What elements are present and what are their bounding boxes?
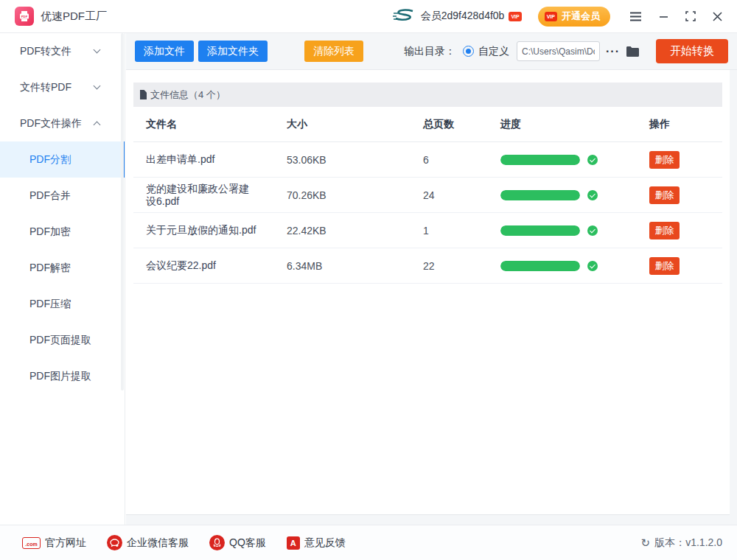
table-row: 会议纪要22.pdf 6.34MB 22 删除 [133, 248, 722, 284]
progress-bar [500, 261, 580, 271]
chevron-up-icon [94, 122, 101, 129]
output-dir-label: 输出目录： [404, 45, 455, 58]
sidebar-item-pdf-image-extract[interactable]: PDF图片提取 [0, 358, 125, 394]
sidebar-item-label: PDF加密 [29, 225, 71, 237]
sidebar-item-label: PDF解密 [29, 262, 71, 273]
sidebar-group-label: PDF文件操作 [20, 117, 82, 129]
progress-complete-icon [587, 261, 598, 271]
file-pages: 22 [411, 260, 488, 272]
titlebar: PDF 优速PDF工厂 会员2d9f428d4f0b VIP VIP 开通会员 [0, 0, 737, 33]
progress-cell [488, 225, 637, 236]
svg-text:PDF: PDF [21, 15, 28, 18]
footer-link-feedback[interactable]: A 意见反馈 [287, 536, 346, 550]
file-size: 22.42KB [274, 225, 411, 237]
qq-icon [209, 535, 225, 550]
version-info: ↻ 版本：v1.1.2.0 [641, 536, 722, 550]
minimize-icon[interactable] [659, 12, 668, 21]
close-icon[interactable] [713, 12, 722, 21]
file-pages: 6 [411, 154, 488, 166]
sidebar-item-pdf-decrypt[interactable]: PDF解密 [0, 250, 125, 286]
main-area: 添加文件 添加文件夹 清除列表 输出目录： 自定义 ··· 开始转换 文件信息（… [126, 33, 737, 525]
vip-badge-icon: VIP [545, 12, 557, 21]
delete-button[interactable]: 删除 [649, 222, 680, 239]
upgrade-member-label: 开通会员 [562, 10, 600, 23]
column-header-action: 操作 [637, 118, 722, 131]
add-folder-button[interactable]: 添加文件夹 [198, 41, 268, 62]
action-cell: 删除 [637, 151, 722, 169]
delete-button[interactable]: 删除 [649, 151, 680, 169]
column-header-name: 文件名 [133, 118, 274, 131]
sidebar-item-pdf-page-extract[interactable]: PDF页面提取 [0, 322, 125, 358]
vip-badge-icon: VIP [509, 12, 521, 21]
custom-option-label: 自定义 [478, 45, 509, 58]
table-header: 文件名 大小 总页数 进度 操作 [133, 107, 722, 142]
footer-link-label: QQ客服 [229, 536, 266, 550]
file-pages: 24 [411, 189, 488, 201]
document-icon [139, 90, 147, 99]
delete-button[interactable]: 删除 [649, 186, 680, 204]
chevron-down-icon [94, 46, 101, 54]
sidebar-item-label: PDF合并 [29, 189, 71, 201]
website-icon: .com [22, 537, 41, 549]
open-folder-icon[interactable] [626, 46, 640, 57]
sidebar-group-pdf-to-file[interactable]: PDF转文件 [0, 33, 125, 69]
feedback-icon: A [287, 536, 300, 550]
wechat-icon [107, 535, 122, 550]
sidebar-item-label: PDF压缩 [29, 298, 71, 309]
file-info-title: 文件信息（4 个） [150, 88, 226, 102]
sidebar-group-pdf-operations[interactable]: PDF文件操作 [0, 105, 125, 141]
footer: .com 官方网址 企业微信客服 QQ客服 A 意见反馈 ↻ 版本：v1.1.2… [0, 525, 737, 560]
chevron-down-icon [94, 83, 101, 90]
menu-icon[interactable] [629, 12, 642, 21]
footer-link-qq-support[interactable]: QQ客服 [209, 535, 266, 550]
progress-complete-icon [587, 190, 598, 200]
column-header-size: 大小 [274, 118, 411, 131]
file-size: 6.34MB [274, 260, 411, 272]
add-file-button[interactable]: 添加文件 [135, 41, 194, 62]
footer-link-wecom-support[interactable]: 企业微信客服 [107, 535, 189, 550]
sidebar-group-label: PDF转文件 [20, 45, 71, 57]
file-pages: 1 [411, 225, 488, 237]
column-header-pages: 总页数 [411, 118, 488, 131]
toolbar: 添加文件 添加文件夹 清除列表 输出目录： 自定义 ··· 开始转换 [126, 33, 737, 70]
version-label: 版本：v1.1.2.0 [654, 536, 722, 550]
footer-link-official-site[interactable]: .com 官方网址 [22, 536, 86, 550]
footer-link-label: 企业微信客服 [127, 536, 189, 550]
app-title: 优速PDF工厂 [41, 10, 107, 24]
custom-output-radio[interactable] [463, 46, 474, 57]
progress-cell [488, 261, 637, 271]
progress-bar [500, 225, 580, 236]
start-convert-button[interactable]: 开始转换 [656, 39, 728, 63]
sidebar: PDF转文件 文件转PDF PDF文件操作 PDF分割 PDF合并 PDF加密 … [0, 33, 125, 525]
sidebar-scrollbar[interactable] [121, 33, 124, 391]
file-name: 关于元旦放假的通知.pdf [133, 224, 274, 237]
output-path-input[interactable] [517, 41, 600, 61]
progress-bar [500, 190, 580, 200]
sidebar-item-pdf-encrypt[interactable]: PDF加密 [0, 214, 125, 250]
sidebar-item-pdf-split[interactable]: PDF分割 [0, 141, 125, 178]
footer-link-label: 官方网址 [45, 536, 86, 550]
maximize-icon[interactable] [685, 11, 696, 21]
progress-complete-icon [587, 225, 598, 236]
progress-cell [488, 155, 637, 165]
clear-list-button[interactable]: 清除列表 [304, 41, 363, 62]
table-row: 党的建设和廉政公署建设6.pdf 70.26KB 24 删除 [133, 178, 722, 213]
file-name: 出差申请单.pdf [133, 153, 274, 166]
upgrade-member-button[interactable]: VIP 开通会员 [538, 7, 610, 27]
member-id-label: 会员2d9f428d4f0b [421, 10, 505, 23]
sidebar-group-file-to-pdf[interactable]: 文件转PDF [0, 69, 125, 105]
progress-cell [488, 190, 637, 200]
table-row: 出差申请单.pdf 53.06KB 6 删除 [133, 142, 722, 178]
sidebar-item-pdf-merge[interactable]: PDF合并 [0, 178, 125, 214]
delete-button[interactable]: 删除 [649, 257, 680, 275]
column-header-progress: 进度 [488, 118, 637, 131]
file-name: 党的建设和廉政公署建设6.pdf [133, 183, 274, 208]
file-info-header: 文件信息（4 个） [133, 83, 722, 107]
sidebar-group-label: 文件转PDF [20, 81, 71, 93]
browse-more-button[interactable]: ··· [606, 45, 620, 58]
file-size: 53.06KB [274, 154, 411, 166]
refresh-icon[interactable]: ↻ [641, 536, 651, 550]
sidebar-item-label: PDF页面提取 [29, 334, 91, 346]
sidebar-item-pdf-compress[interactable]: PDF压缩 [0, 286, 125, 322]
action-cell: 删除 [637, 186, 722, 204]
